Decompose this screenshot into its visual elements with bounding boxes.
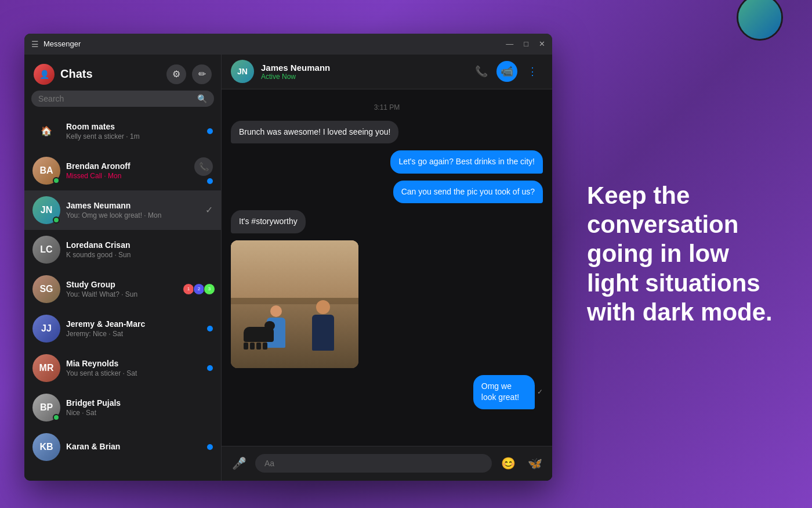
- chat-item-karan[interactable]: KB Karan & Brian: [24, 427, 221, 467]
- chat-item-loredana[interactable]: LC Loredana Crisan K sounds good · Sun: [24, 230, 221, 269]
- unread-indicator: [207, 128, 213, 134]
- online-indicator: [53, 177, 60, 184]
- message-timestamp: 3:11 PM: [231, 103, 543, 111]
- chat-name: James Neumann: [66, 201, 200, 210]
- chat-item-mia[interactable]: MR Mia Reynolds You sent a sticker · Sat: [24, 348, 221, 388]
- avatar: LC: [32, 236, 60, 264]
- search-input[interactable]: [38, 94, 194, 103]
- message-row: Can you send the pic you took of us?: [231, 181, 543, 204]
- call-icon: 📞: [194, 157, 213, 176]
- message-row: Brunch was awesome! I loved seeing you!: [231, 121, 543, 144]
- minimize-button[interactable]: —: [506, 40, 513, 48]
- chat-avatar-wrap: LC: [32, 236, 60, 264]
- chat-info: Brendan Aronoff Missed Call · Mon: [66, 161, 188, 180]
- avatar: MR: [32, 354, 60, 382]
- chat-meta: [207, 444, 213, 450]
- chat-name: Brendan Aronoff: [66, 161, 188, 171]
- sidebar-title: Chats: [60, 67, 161, 81]
- chat-name: Bridget Pujals: [66, 398, 213, 408]
- avatar: SG: [32, 275, 60, 303]
- chat-preview: Nice · Sat: [66, 409, 213, 417]
- contact-status: Active Now: [261, 73, 464, 81]
- video-call-button[interactable]: 📹: [496, 61, 517, 82]
- chat-item-brendan[interactable]: BA Brendan Aronoff Missed Call · Mon 📞: [24, 151, 221, 190]
- read-check-icon: ✓: [205, 204, 213, 215]
- chat-item-james[interactable]: JN James Neumann You: Omg we look great!…: [24, 190, 221, 230]
- sticker-button[interactable]: 🦋: [524, 453, 545, 474]
- chat-area: JN James Neumann Active Now 📞 📹 ⋮ 3:11 P…: [222, 55, 552, 481]
- chat-avatar-wrap: KB: [32, 433, 60, 461]
- chat-header: JN James Neumann Active Now 📞 📹 ⋮: [222, 55, 552, 89]
- chat-meta: [207, 128, 213, 134]
- chat-item-study[interactable]: SG Study Group You: Wait! What? · Sun 1 …: [24, 269, 221, 309]
- chat-preview: Jeremy: Nice · Sat: [66, 330, 201, 338]
- audio-call-button[interactable]: 📞: [471, 61, 492, 82]
- message-input-bar: 🎤 😊 🦋: [222, 446, 552, 481]
- chat-list: 🏠 Room mates Kelly sent a sticker · 1m B…: [24, 111, 221, 481]
- chat-preview: You: Omg we look great! · Mon: [66, 211, 200, 219]
- compose-button[interactable]: ✏: [192, 64, 212, 84]
- promo-section: Keep the conversation going in low light…: [552, 158, 812, 351]
- chat-name: Loredana Crisan: [66, 240, 213, 250]
- chat-preview: K sounds good · Sun: [66, 251, 213, 259]
- group-avatar: 1: [183, 283, 194, 295]
- chat-preview: Missed Call · Mon: [66, 172, 188, 180]
- chat-header-info: James Neumann Active Now: [261, 63, 464, 81]
- chat-info: Loredana Crisan K sounds good · Sun: [66, 240, 213, 259]
- message-row-photo: [231, 240, 543, 368]
- message-bubble: Omg we look great!: [473, 375, 535, 409]
- message-input[interactable]: [255, 454, 492, 473]
- chat-avatar-wrap: JJ: [32, 315, 60, 343]
- chat-info: Bridget Pujals Nice · Sat: [66, 398, 213, 417]
- message-bubble: It's #storyworthy: [231, 210, 306, 233]
- chat-info: Karan & Brian: [66, 442, 201, 452]
- app-title: Messenger: [44, 39, 81, 48]
- group-avatar: 3: [204, 283, 215, 295]
- close-button[interactable]: ✕: [539, 40, 545, 48]
- emoji-button[interactable]: 😊: [498, 453, 519, 474]
- chat-name: Room mates: [66, 122, 201, 131]
- chat-name: Karan & Brian: [66, 442, 201, 451]
- chat-info: Study Group You: Wait! What? · Sun: [66, 280, 177, 298]
- chat-info: Mia Reynolds You sent a sticker · Sat: [66, 359, 201, 377]
- message-bubble: Can you send the pic you took of us?: [393, 181, 543, 204]
- message-bubble: Let's go again? Best drinks in the city!: [390, 150, 543, 174]
- maximize-button[interactable]: □: [524, 40, 528, 48]
- user-profile-avatar[interactable]: 👤: [34, 64, 55, 85]
- chat-avatar-wrap: SG: [32, 275, 60, 303]
- title-bar: ☰ Messenger — □ ✕: [24, 34, 552, 55]
- search-icon: 🔍: [197, 94, 207, 103]
- message-row: Omg we look great! ✓: [231, 375, 543, 409]
- chat-meta: 1 2 3: [183, 283, 213, 295]
- message-row: Let's go again? Best drinks in the city!: [231, 150, 543, 174]
- sidebar-header: 👤 Chats ⚙ ✏: [24, 55, 221, 91]
- chat-avatar-wrap: BA: [32, 157, 60, 185]
- menu-icon[interactable]: ☰: [31, 39, 39, 49]
- chat-meta: [207, 365, 213, 371]
- message-bubble: Brunch was awesome! I loved seeing you!: [231, 121, 398, 144]
- chat-header-actions: 📞 📹 ⋮: [471, 61, 543, 82]
- online-indicator: [53, 217, 60, 224]
- chat-info: James Neumann You: Omg we look great! · …: [66, 201, 200, 219]
- chat-info: Room mates Kelly sent a sticker · 1m: [66, 122, 201, 140]
- chat-item-jeremy[interactable]: JJ Jeremy & Jean-Marc Jeremy: Nice · Sat: [24, 309, 221, 348]
- more-options-button[interactable]: ⋮: [522, 61, 543, 82]
- chat-name: Jeremy & Jean-Marc: [66, 319, 201, 329]
- online-indicator: [53, 414, 60, 421]
- photo-message[interactable]: [231, 240, 358, 368]
- chat-preview: You: Wait! What? · Sun: [66, 290, 177, 298]
- chat-meta: [207, 326, 213, 332]
- avatar: KB: [32, 433, 60, 461]
- chat-avatar-wrap: MR: [32, 354, 60, 382]
- unread-indicator: [207, 326, 213, 332]
- chat-avatar-wrap: BP: [32, 394, 60, 421]
- chat-item-bridget[interactable]: BP Bridget Pujals Nice · Sat: [24, 388, 221, 427]
- chat-preview: You sent a sticker · Sat: [66, 369, 201, 377]
- avatar: JJ: [32, 315, 60, 343]
- microphone-button[interactable]: 🎤: [229, 453, 249, 474]
- promo-heading: Keep the conversation going in low light…: [587, 181, 777, 327]
- contact-name: James Neumann: [261, 63, 464, 73]
- search-bar: 🔍: [31, 91, 214, 107]
- settings-button[interactable]: ⚙: [166, 64, 186, 84]
- chat-item-roommates[interactable]: 🏠 Room mates Kelly sent a sticker · 1m: [24, 111, 221, 151]
